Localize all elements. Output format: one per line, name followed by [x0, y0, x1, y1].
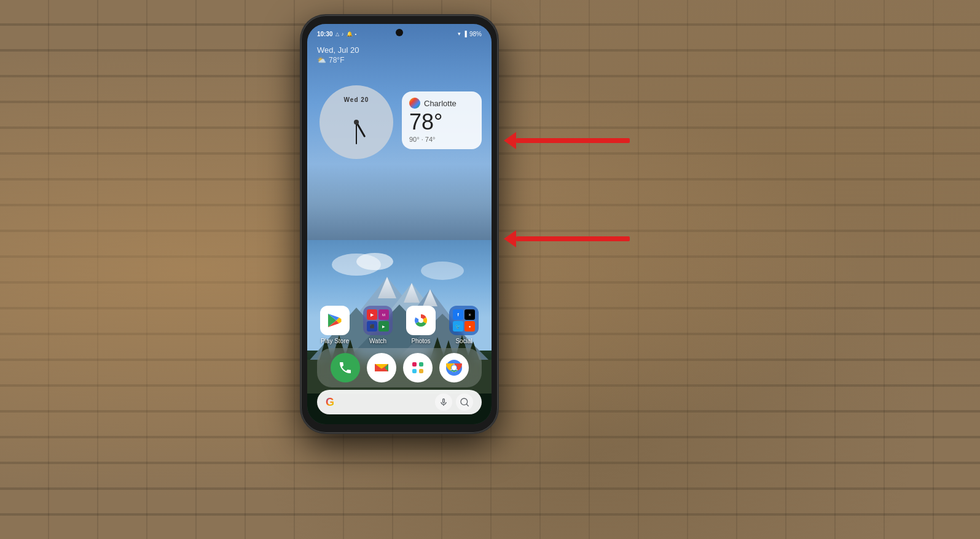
dot-icon: •: [355, 31, 357, 37]
watch-mini-2: M: [378, 309, 389, 320]
slack-icon: [409, 359, 426, 376]
weather-temp-main: 78°: [409, 111, 474, 133]
watch-label: Watch: [369, 338, 386, 344]
dock-phone[interactable]: [331, 353, 360, 382]
svg-point-2: [356, 253, 393, 270]
photos-label: Photos: [411, 338, 430, 344]
date-text: Wed, Jul 20: [317, 45, 359, 55]
playstore-label: Play Store: [321, 338, 349, 344]
app-item-watch[interactable]: ▶ M ⬛ ▶ Watch: [360, 306, 396, 344]
social-folder-icon: f ✕ 🐦 ●: [449, 306, 479, 335]
clock-day: Wed 20: [344, 96, 369, 103]
lens-icon[interactable]: [456, 394, 473, 411]
weather-widget[interactable]: Charlotte 78° 90° · 74°: [402, 91, 482, 149]
app-item-playstore[interactable]: Play Store: [317, 306, 353, 344]
cloud-icon-small: ⛅: [317, 56, 326, 64]
photos-logo: [412, 311, 430, 330]
clock-widget[interactable]: Wed 20: [319, 85, 393, 159]
watch-mini-3: ⬛: [367, 321, 377, 332]
app-grid: Play Store ▶ M ⬛: [307, 306, 492, 344]
dock-chrome[interactable]: [439, 353, 469, 382]
social-mini-3: 🐦: [453, 321, 463, 332]
app-item-photos[interactable]: Photos: [403, 306, 439, 344]
phone-container: 10:30 △ ♪ 🔔 • ▾ ▐ 98% Wed, Jul 20: [301, 15, 498, 433]
svg-rect-25: [419, 362, 423, 366]
social-mini-4: ●: [465, 321, 475, 332]
arrow-top-container: [504, 132, 630, 149]
social-mini-1: f: [453, 309, 463, 320]
arrow-head-top: [504, 132, 516, 149]
signal-icon: ▐: [463, 31, 467, 37]
arrow-bottom-container: [504, 230, 630, 247]
arrow-shaft-top: [516, 138, 630, 143]
notification-icon: △: [335, 31, 339, 37]
social-mini-2: ✕: [465, 309, 475, 320]
dock-gmail[interactable]: [367, 353, 396, 382]
svg-rect-23: [412, 362, 417, 366]
watch-mini-1: ▶: [367, 309, 377, 320]
watch-folder-icon: ▶ M ⬛ ▶: [363, 306, 393, 335]
phone-icon: [338, 360, 353, 375]
svg-point-30: [452, 365, 457, 370]
dock: [317, 348, 482, 387]
bell-icon: 🔔: [347, 31, 353, 37]
phone-frame: 10:30 △ ♪ 🔔 • ▾ ▐ 98% Wed, Jul 20: [301, 15, 498, 433]
chrome-icon: [445, 359, 463, 377]
clock-minute-hand: [356, 122, 357, 144]
svg-line-32: [466, 404, 469, 406]
camera-notch: [396, 29, 403, 36]
google-g-logo: G: [326, 396, 334, 409]
battery-text: 98%: [469, 31, 482, 37]
playstore-icon: [320, 306, 350, 335]
wifi-icon: ▾: [458, 31, 461, 37]
app-item-social[interactable]: f ✕ 🐦 ● Social: [446, 306, 482, 344]
phone-screen: 10:30 △ ♪ 🔔 • ▾ ▐ 98% Wed, Jul 20: [307, 24, 492, 424]
dock-slack[interactable]: [403, 353, 433, 382]
tiktok-icon: ♪: [342, 31, 344, 37]
google-weather-icon: [409, 98, 420, 109]
weather-temp-small: 78°F: [329, 56, 344, 64]
search-bar[interactable]: G: [317, 390, 482, 414]
weather-small: ⛅ 78°F: [317, 56, 359, 64]
weather-city: Charlotte: [424, 99, 457, 108]
clock-face: Wed 20: [319, 85, 393, 159]
red-arrow-bottom: [504, 230, 630, 247]
scene: 10:30 △ ♪ 🔔 • ▾ ▐ 98% Wed, Jul 20: [0, 0, 980, 539]
weather-low: 74°: [425, 136, 436, 143]
weather-range: 90° · 74°: [409, 136, 474, 143]
weather-header: Charlotte: [409, 98, 474, 109]
status-time: 10:30: [317, 31, 333, 37]
red-arrow-top: [504, 132, 630, 149]
arrow-shaft-bottom: [516, 236, 630, 241]
photos-icon: [406, 306, 436, 335]
weather-high: 90°: [409, 136, 420, 143]
microphone-icon[interactable]: [435, 394, 452, 411]
social-label: Social: [455, 338, 472, 344]
svg-point-3: [421, 262, 464, 280]
svg-rect-26: [419, 369, 423, 373]
playstore-logo: [326, 312, 343, 329]
svg-rect-24: [412, 369, 417, 373]
watch-mini-4: ▶: [378, 321, 389, 332]
date-widget: Wed, Jul 20 ⛅ 78°F: [317, 45, 359, 64]
status-left: 10:30 △ ♪ 🔔 •: [317, 31, 356, 37]
svg-point-22: [418, 318, 423, 323]
status-right: ▾ ▐ 98%: [458, 31, 482, 37]
arrow-head-bottom: [504, 230, 516, 247]
gmail-icon: [374, 362, 390, 374]
clock-center-dot: [354, 120, 359, 125]
